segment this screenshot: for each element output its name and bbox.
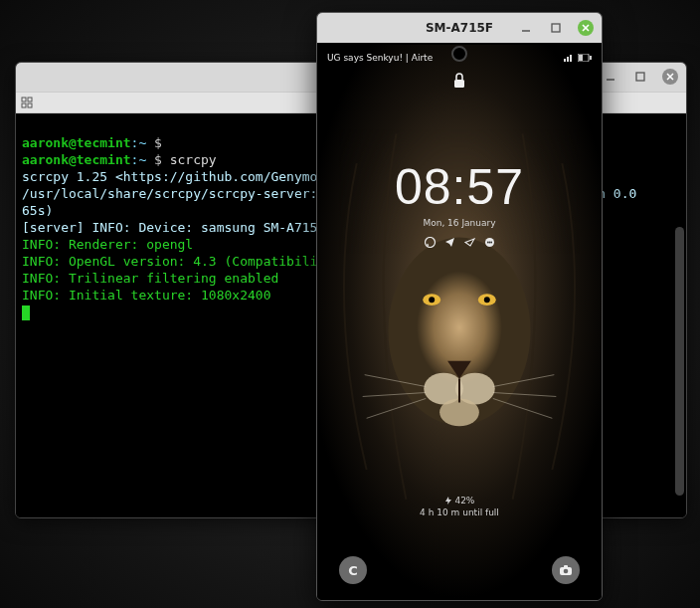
- svg-point-19: [484, 297, 490, 303]
- camera-icon: [559, 564, 573, 576]
- minimize-icon: [520, 22, 532, 34]
- scrcpy-window: SM-A715F: [316, 12, 603, 601]
- notification-icons[interactable]: [317, 236, 602, 248]
- scrcpy-title: SM-A715F: [426, 21, 493, 35]
- minimize-icon: [605, 71, 616, 83]
- term-line: INFO: OpenGL version: 4.3 (Compatibili: [22, 254, 317, 269]
- svg-point-18: [429, 297, 435, 303]
- telegram-icon: [443, 236, 455, 248]
- camera-cutout: [451, 46, 467, 62]
- terminal-window-controls: [601, 67, 680, 87]
- phone-dialer-shortcut[interactable]: C: [339, 556, 367, 584]
- svg-rect-31: [579, 55, 583, 61]
- prompt-user: aaronk@tecmint: [22, 135, 131, 150]
- term-line: [server] INFO: Device: samsung SM-A715: [22, 220, 317, 235]
- battery-icon: [578, 54, 592, 62]
- svg-rect-33: [454, 80, 464, 88]
- status-icons: [564, 54, 592, 62]
- svg-rect-7: [22, 103, 26, 107]
- term-line: INFO: Initial texture: 1080x2400: [22, 288, 270, 303]
- terminal-maximize-button[interactable]: [630, 67, 650, 87]
- scrcpy-close-button[interactable]: [576, 18, 596, 38]
- close-icon: [661, 68, 679, 86]
- svg-rect-10: [552, 24, 560, 32]
- svg-point-38: [490, 241, 492, 243]
- signal-icon: [564, 54, 574, 62]
- svg-point-37: [488, 241, 490, 243]
- scrcpy-maximize-button[interactable]: [546, 18, 566, 38]
- term-line: 65s): [22, 203, 53, 218]
- svg-rect-6: [28, 98, 32, 101]
- term-line: INFO: Renderer: opengl: [22, 237, 193, 252]
- scrcpy-window-controls: [516, 18, 596, 38]
- charge-icon: [444, 497, 452, 505]
- camera-shortcut[interactable]: [552, 556, 580, 584]
- term-line: /usr/local/share/scrcpy/scrcpy-server:: [22, 186, 317, 201]
- terminal-close-button[interactable]: [660, 67, 680, 87]
- send-icon: [463, 236, 475, 248]
- svg-point-34: [425, 237, 435, 247]
- terminal-minimize-button[interactable]: [601, 67, 620, 87]
- battery-percent: 42%: [454, 496, 474, 506]
- lockscreen-date: Mon, 16 January: [317, 218, 602, 228]
- maximize-icon: [550, 22, 562, 34]
- carrier-text: UG says Senkyu! | Airte: [327, 53, 433, 63]
- term-line: INFO: Trilinear filtering enabled: [22, 271, 278, 286]
- svg-point-41: [564, 569, 569, 574]
- svg-point-22: [439, 398, 479, 426]
- terminal-scrollbar[interactable]: [675, 227, 684, 496]
- lockscreen-clock: 08:57: [317, 158, 602, 216]
- lock-icon: [452, 73, 466, 93]
- whatsapp-icon: [424, 236, 436, 248]
- message-icon: [483, 236, 495, 248]
- svg-point-36: [486, 241, 488, 243]
- grid-icon: [21, 97, 33, 108]
- svg-rect-5: [22, 98, 26, 101]
- lockscreen-shortcuts: C: [317, 556, 602, 586]
- svg-rect-1: [636, 73, 644, 81]
- new-tab-button[interactable]: [16, 97, 38, 108]
- svg-rect-32: [590, 56, 592, 60]
- scrcpy-titlebar[interactable]: SM-A715F: [317, 13, 602, 43]
- scrcpy-minimize-button[interactable]: [516, 18, 536, 38]
- maximize-icon: [634, 71, 646, 83]
- svg-rect-40: [564, 565, 568, 568]
- phone-screen[interactable]: UG says Senkyu! | Airte 08:57 Mon, 16 Ja…: [317, 43, 602, 600]
- terminal-cursor: [22, 305, 30, 320]
- svg-rect-8: [28, 103, 32, 107]
- battery-time: 4 h 10 m until full: [317, 507, 602, 518]
- close-icon: [577, 19, 595, 37]
- battery-status: 42% 4 h 10 m until full: [317, 495, 602, 518]
- dialer-label: C: [348, 563, 358, 578]
- term-line: scrcpy 1.25 <https://github.com/Genymo: [22, 169, 317, 184]
